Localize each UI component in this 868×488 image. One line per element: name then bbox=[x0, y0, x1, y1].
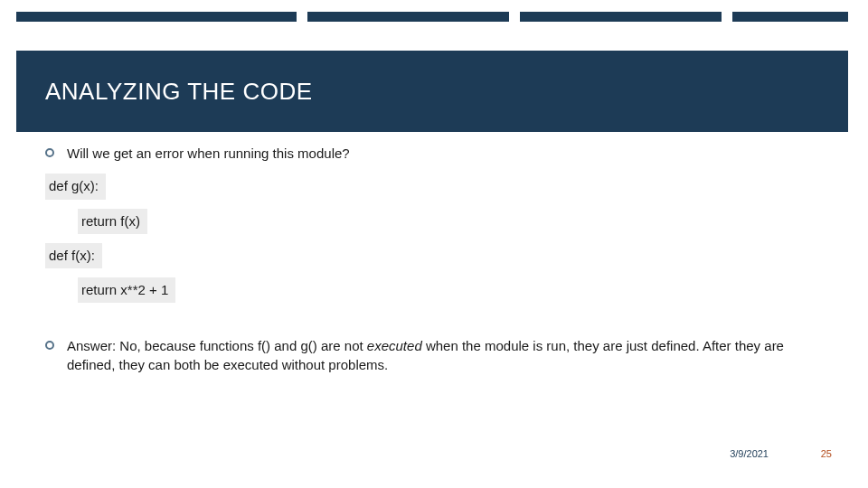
answer-emph: executed bbox=[367, 338, 422, 353]
top-accent-tabs bbox=[16, 12, 848, 22]
slide-title: ANALYZING THE CODE bbox=[16, 78, 313, 106]
answer-prefix: Answer: No, because functions f() and g(… bbox=[67, 338, 367, 353]
code-block: def g(x): return f(x) def f(x): return x… bbox=[45, 174, 823, 312]
bullet-icon bbox=[45, 341, 54, 350]
tab-gap bbox=[297, 12, 307, 22]
bullet-text: Answer: No, because functions f() and g(… bbox=[67, 337, 823, 374]
content-area: Will we get an error when running this m… bbox=[45, 145, 823, 385]
bullet-answer: Answer: No, because functions f() and g(… bbox=[45, 337, 823, 374]
title-band: ANALYZING THE CODE bbox=[16, 51, 848, 132]
code-line: return x**2 + 1 bbox=[78, 277, 175, 303]
tab-segment bbox=[732, 12, 848, 22]
tab-gap bbox=[722, 12, 732, 22]
tab-segment bbox=[16, 12, 297, 22]
tab-gap bbox=[509, 12, 520, 22]
footer-page-number: 25 bbox=[821, 448, 832, 459]
tab-segment bbox=[307, 12, 509, 22]
code-line: def f(x): bbox=[45, 243, 102, 268]
bullet-text: Will we get an error when running this m… bbox=[67, 145, 823, 163]
code-line: def g(x): bbox=[45, 174, 106, 199]
bullet-icon bbox=[45, 148, 54, 157]
footer-date: 3/9/2021 bbox=[730, 448, 769, 459]
bullet-question: Will we get an error when running this m… bbox=[45, 145, 823, 163]
slide: ANALYZING THE CODE Will we get an error … bbox=[0, 0, 868, 488]
code-line: return f(x) bbox=[78, 209, 147, 234]
tab-segment bbox=[520, 12, 722, 22]
